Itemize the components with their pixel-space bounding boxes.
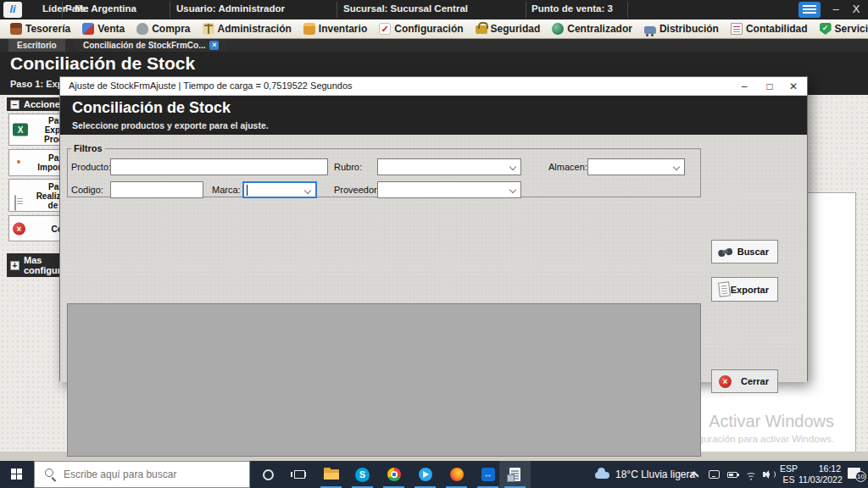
dialog-header-subtitle: Seleccione productos y exporte para el a… (72, 120, 269, 130)
window-close-button[interactable]: X (848, 3, 865, 15)
firefox-button[interactable] (441, 461, 472, 488)
chevron-down-icon (304, 187, 311, 194)
expand-icon[interactable]: + (10, 261, 19, 270)
point-of-sale-label: Punto de venta: 3 (531, 3, 613, 14)
filters-legend: Filtros (71, 143, 105, 153)
sale-cards-icon (82, 23, 94, 35)
wifi-icon[interactable] (744, 469, 758, 480)
task-view-button[interactable] (284, 461, 315, 488)
screen: li Líder - Me País: Argentina Usuario: A… (0, 0, 868, 488)
document-tab-bar: Escritorio Conciliación de StockFrmCo...… (0, 39, 868, 52)
buscar-button[interactable]: Buscar (711, 240, 778, 263)
titlebar-separator (62, 2, 63, 18)
window-title-bar: li Líder - Me País: Argentina Usuario: A… (0, 0, 868, 19)
text-caret (247, 185, 248, 196)
menu-item-distribucion[interactable]: Distribución (638, 23, 725, 35)
menu-item-inventario[interactable]: Inventario (298, 23, 373, 35)
box-icon (303, 23, 315, 35)
document-icon (14, 195, 16, 211)
weather-cloud-icon[interactable] (595, 472, 609, 479)
cerrar-button[interactable]: Cerrar (711, 369, 778, 393)
page-title: Conciliación de Stock (10, 53, 195, 74)
filters-groupbox: Filtros Producto: Rubro: Almacen: Codigo… (67, 143, 701, 197)
notification-center-icon[interactable]: 10 (848, 468, 860, 479)
start-button[interactable] (0, 461, 34, 488)
menu-item-tesoreria[interactable]: Tesorería (4, 23, 76, 35)
cortana-button[interactable] (253, 461, 284, 488)
titlebar-separator (526, 2, 526, 18)
device-icon[interactable] (709, 470, 720, 479)
titlebar-separator (170, 2, 170, 18)
user-label: Usuario: Administrador (176, 3, 285, 14)
results-grid-area (67, 303, 701, 457)
menu-item-servicio-tecnico[interactable]: Servicio Técnico (814, 23, 868, 35)
task-view-icon (294, 470, 305, 479)
collapse-icon[interactable]: − (10, 100, 19, 109)
dialog-body: Filtros Producto: Rubro: Almacen: Codigo… (60, 135, 807, 382)
rubro-combobox[interactable] (377, 158, 521, 175)
menu-item-administracion[interactable]: Administración (197, 23, 298, 35)
menu-item-compra[interactable]: Compra (131, 23, 196, 35)
producto-label: Producto: (71, 162, 111, 172)
skype-button[interactable]: S (347, 461, 378, 488)
menu-item-centralizador[interactable]: Centralizador (546, 23, 638, 35)
close-red-icon (719, 375, 732, 388)
chrome-icon (387, 468, 401, 481)
dialog-header-title: Conciliación de Stock (72, 99, 231, 117)
shield-icon (820, 23, 832, 35)
almacen-combobox[interactable] (587, 158, 685, 175)
hamburger-menu-button[interactable] (798, 2, 821, 18)
proveedor-combobox[interactable] (377, 181, 521, 198)
stock-app-button[interactable] (499, 461, 531, 488)
firefox-icon (450, 468, 464, 481)
chevron-down-icon (673, 164, 680, 170)
marca-combobox[interactable] (242, 181, 317, 198)
treasure-chest-icon (10, 23, 22, 35)
ajuste-de-stock-dialog: Ajuste de StockFrmAjuste | Tiempo de car… (59, 76, 808, 381)
chrome-button[interactable] (378, 461, 409, 488)
marca-label: Marca: (212, 185, 241, 195)
file-explorer-button[interactable] (315, 461, 347, 488)
codigo-input[interactable] (110, 181, 203, 198)
taskbar: S 18°C Lluvia ligera ESPES 16:1211/03/20… (0, 461, 868, 488)
weather-text[interactable]: 18°C Lluvia ligera (615, 469, 695, 480)
excel-icon (13, 124, 28, 136)
menu-item-configuracion[interactable]: Configuración (373, 23, 469, 35)
telegram-button[interactable] (409, 461, 441, 488)
battery-icon[interactable] (727, 472, 737, 478)
menu-item-venta[interactable]: Venta (76, 23, 131, 35)
menu-item-seguridad[interactable]: Seguridad (470, 23, 547, 35)
titlebar-separator (627, 2, 628, 18)
truck-icon (644, 26, 656, 34)
tab-escritorio[interactable]: Escritorio (8, 39, 65, 52)
country-label: País: Argentina (65, 3, 136, 14)
dialog-title-bar[interactable]: Ajuste de StockFrmAjuste | Tiempo de car… (60, 77, 807, 96)
tab-conciliacion-de-stock[interactable]: Conciliación de StockFrmCo... × (75, 39, 227, 52)
lock-icon (476, 25, 487, 34)
almacen-label: Almacen: (548, 162, 587, 172)
globe-icon (552, 23, 564, 35)
dialog-close-button[interactable]: ✕ (783, 79, 804, 94)
exportar-button[interactable]: Exportar (711, 277, 778, 302)
window-minimize-button[interactable]: – (827, 3, 844, 15)
red-check-icon (379, 23, 391, 35)
search-input[interactable] (64, 467, 242, 482)
dialog-header: Conciliación de Stock Seleccione product… (60, 96, 807, 135)
branch-label: Sucursal: Sucursal Central (343, 3, 468, 14)
language-indicator[interactable]: ESPES (780, 463, 798, 485)
menu-item-contabilidad[interactable]: Contabilidad (725, 23, 814, 35)
proveedor-label: Proveedor: (334, 185, 380, 195)
folder-icon (324, 469, 339, 480)
taskbar-search[interactable] (34, 461, 250, 488)
telegram-icon (419, 468, 432, 481)
windows-logo-icon (11, 469, 16, 474)
ledger-icon (731, 23, 743, 35)
producto-input[interactable] (110, 158, 328, 175)
app-logo-icon: li (3, 2, 22, 18)
taskbar-clock[interactable]: 16:1211/03/2022 (798, 463, 841, 485)
tab-close-icon[interactable]: × (209, 41, 219, 50)
speaker-icon[interactable] (763, 469, 776, 480)
skype-icon: S (355, 468, 370, 482)
dialog-minimize-button[interactable]: – (734, 79, 754, 94)
dialog-maximize-button[interactable]: □ (760, 79, 780, 94)
